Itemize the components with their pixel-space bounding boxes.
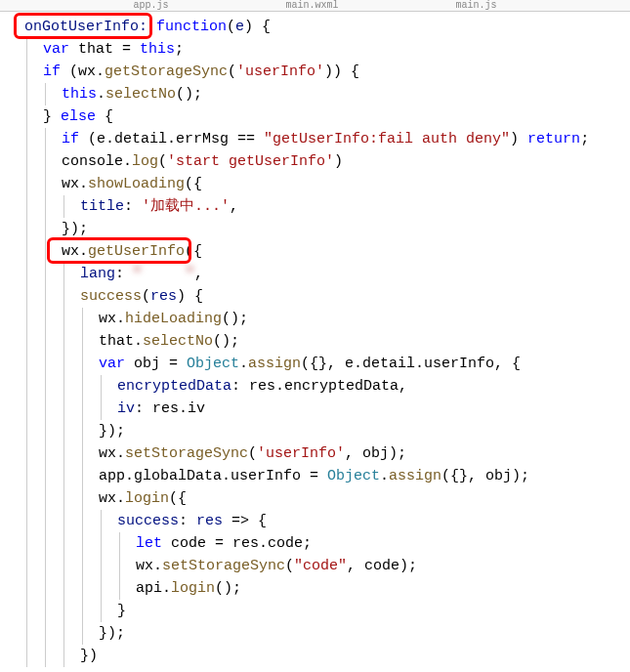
code-line: if (wx.getStorageSync('userInfo')) {: [6, 61, 624, 83]
code-line: });: [6, 622, 624, 645]
code-line: that.selectNo();: [6, 330, 624, 353]
code-line: }): [6, 645, 624, 667]
code-line: wx.getUserInfo({: [6, 240, 624, 263]
code-line: });: [6, 218, 624, 240]
code-line: lang: " ",: [6, 263, 624, 285]
code-line: wx.showLoading({: [6, 173, 624, 195]
code-line: }: [6, 600, 624, 622]
code-line: encryptedData: res.encryptedData,: [6, 375, 624, 398]
tab-main-wxml[interactable]: main.wxml: [285, 0, 338, 11]
code-line: onGotUserInfo: function(e) {: [6, 16, 624, 38]
tab-app[interactable]: app.js: [133, 0, 168, 11]
code-line: wx.login({: [6, 487, 624, 510]
tab-main-js[interactable]: main.js: [456, 0, 497, 11]
code-line: success(res) {: [6, 285, 624, 308]
code-line: var obj = Object.assign({}, e.detail.use…: [6, 353, 624, 375]
code-line: title: '加载中...',: [6, 195, 624, 218]
code-line: wx.setStorageSync('userInfo', obj);: [6, 442, 624, 465]
code-line: iv: res.iv: [6, 398, 624, 420]
code-line: app.globalData.userInfo = Object.assign(…: [6, 465, 624, 487]
code-line: success: res => {: [6, 510, 624, 532]
code-line: this.selectNo();: [6, 83, 624, 105]
code-line: console.log('start getUserInfo'): [6, 150, 624, 173]
code-line: let code = res.code;: [6, 532, 624, 555]
code-line: var that = this;: [6, 38, 624, 61]
tab-bar: app.js main.wxml main.js: [0, 0, 630, 12]
code-line: });: [6, 420, 624, 442]
code-line: wx.hideLoading();: [6, 308, 624, 330]
code-line: api.login();: [6, 577, 624, 600]
code-line: if (e.detail.errMsg == "getUserInfo:fail…: [6, 128, 624, 150]
code-line: wx.setStorageSync("code", code);: [6, 555, 624, 577]
code-line: } else {: [6, 105, 624, 128]
code-editor[interactable]: onGotUserInfo: function(e) { var that = …: [0, 12, 630, 671]
